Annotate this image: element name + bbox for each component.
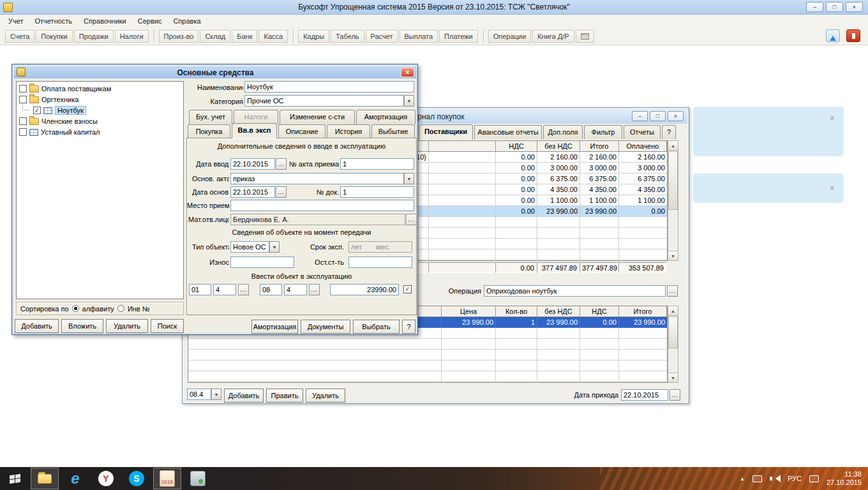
tab-buh-uchet[interactable]: Бух. учет bbox=[189, 110, 232, 124]
tab-dop-polya[interactable]: Доп.поля bbox=[543, 125, 583, 139]
basis-date-field[interactable]: 22.10.2015 bbox=[230, 186, 275, 198]
basis-value[interactable]: приказ bbox=[230, 173, 404, 184]
table-row[interactable] bbox=[188, 350, 667, 360]
tab-izmenenie[interactable]: Изменение с-сти bbox=[280, 110, 355, 124]
taskbar-skype[interactable]: S bbox=[123, 468, 151, 489]
toolbar-pokupki[interactable]: Покупки bbox=[36, 30, 72, 43]
checkbox-unchecked[interactable] bbox=[19, 128, 27, 136]
taskbar-explorer[interactable] bbox=[31, 468, 59, 489]
tab-otchety[interactable]: Отчеты bbox=[624, 125, 661, 139]
help-button[interactable]: ? bbox=[402, 320, 415, 334]
tab-vybytie[interactable]: Выбытие bbox=[371, 124, 415, 138]
menu-otchetnost[interactable]: Отчетность bbox=[29, 15, 79, 27]
tab-amortizaciya[interactable]: Амортизация bbox=[356, 110, 415, 124]
start-button[interactable] bbox=[0, 467, 29, 490]
exit-icon[interactable] bbox=[846, 29, 860, 42]
chevron-down-icon[interactable]: ▼ bbox=[211, 389, 221, 400]
scroll-thumb[interactable] bbox=[668, 151, 678, 210]
network-icon[interactable] bbox=[752, 475, 762, 482]
tab-avansovye[interactable]: Авансовые отчеты bbox=[474, 125, 542, 139]
chevron-down-icon[interactable]: ▼ bbox=[404, 95, 414, 107]
tree-item[interactable]: Членские взносы bbox=[19, 116, 98, 126]
account2-field[interactable]: 08 bbox=[260, 284, 282, 295]
column-header-qty[interactable]: Кол-во bbox=[496, 306, 537, 317]
toolbar-vyplata[interactable]: Выплата bbox=[400, 30, 438, 43]
toolbar-panel-button[interactable] bbox=[576, 30, 594, 43]
toolbar-prodazhi[interactable]: Продажи bbox=[74, 30, 114, 43]
account-combo[interactable]: 08.4 ▼ bbox=[187, 389, 221, 400]
account2-ellipsis-button[interactable]: ... bbox=[309, 284, 320, 295]
tab-help[interactable]: ? bbox=[662, 125, 676, 139]
scroll-down-icon[interactable]: ▼ bbox=[668, 373, 678, 382]
toolbar-proizvo[interactable]: Произ-во bbox=[159, 30, 199, 43]
date-in-field[interactable]: 22.10.2015 bbox=[230, 158, 275, 170]
object-type-value[interactable]: Новое ОС bbox=[230, 241, 269, 253]
toolbar-sklad[interactable]: Склад bbox=[200, 30, 230, 43]
column-header-price[interactable]: Цена bbox=[442, 306, 496, 317]
search-button[interactable]: Поиск bbox=[151, 319, 184, 333]
column-header-nds[interactable]: НДС bbox=[580, 306, 619, 317]
tab-postavshchiki[interactable]: Поставщики bbox=[419, 124, 473, 140]
tab-istoriya[interactable]: История bbox=[327, 124, 370, 138]
clock[interactable]: 11:38 27.10.2015 bbox=[827, 470, 862, 487]
nest-button[interactable]: Вложить bbox=[61, 319, 103, 333]
update-icon[interactable] bbox=[826, 29, 840, 42]
delete-button[interactable]: Удалить bbox=[106, 319, 148, 333]
add-button[interactable]: Добавить bbox=[15, 319, 59, 333]
table-row[interactable] bbox=[188, 360, 667, 371]
basis-combo[interactable]: приказ ▼ bbox=[230, 173, 414, 184]
close-icon[interactable]: × bbox=[830, 114, 835, 122]
column-header-net[interactable]: без НДС bbox=[537, 141, 580, 152]
column-header-nds[interactable]: НДС bbox=[496, 141, 537, 152]
column-header-total[interactable]: Итого bbox=[619, 306, 667, 317]
menu-spravochniki[interactable]: Справочники bbox=[78, 15, 132, 27]
wear-field[interactable] bbox=[230, 256, 294, 268]
subaccount1-field[interactable]: 4 bbox=[213, 284, 236, 295]
close-icon[interactable]: × bbox=[846, 2, 863, 12]
toolbar-bank[interactable]: Банк bbox=[232, 30, 257, 43]
person-field[interactable]: Бердникова Е. А. bbox=[230, 214, 405, 225]
taskbar-yandex[interactable]: Y bbox=[92, 468, 120, 489]
maximize-icon[interactable]: □ bbox=[650, 111, 666, 121]
minimize-icon[interactable]: – bbox=[806, 2, 823, 12]
language-indicator[interactable]: РУС bbox=[788, 475, 802, 482]
tree-item[interactable]: Уставный капитал bbox=[19, 127, 100, 137]
arrival-date-ellipsis-button[interactable]: ... bbox=[670, 389, 680, 401]
scroll-up-icon[interactable]: ▲ bbox=[668, 141, 678, 151]
choose-button[interactable]: Выбрать bbox=[353, 320, 400, 334]
column-header-paid[interactable]: Оплачено bbox=[619, 141, 667, 152]
scrollbar[interactable]: ▲ ▼ bbox=[668, 306, 678, 383]
toolbar-kassa[interactable]: Касса bbox=[258, 30, 288, 43]
tab-vvod-v-ekspluataciyu[interactable]: Вв.в эксп bbox=[232, 123, 277, 138]
column-header[interactable] bbox=[429, 141, 496, 152]
menu-uchet[interactable]: Учет bbox=[3, 15, 29, 27]
tree-item[interactable]: Оплата поставщикам bbox=[19, 84, 111, 94]
toolbar-operacii[interactable]: Операции bbox=[488, 30, 531, 43]
volume-icon[interactable] bbox=[770, 475, 780, 482]
taskbar-app[interactable] bbox=[184, 468, 212, 489]
radio-alphabet-label[interactable]: алфавиту bbox=[82, 305, 114, 313]
account-value[interactable]: 08.4 bbox=[187, 389, 211, 400]
account1-ellipsis-button[interactable]: ... bbox=[238, 284, 249, 295]
person-ellipsis-button[interactable]: ... bbox=[406, 214, 417, 225]
close-icon[interactable]: × bbox=[401, 68, 414, 77]
menu-spravka[interactable]: Справка bbox=[167, 15, 206, 27]
toolbar-nalogi[interactable]: Налоги bbox=[115, 30, 149, 43]
toolbar-raschet[interactable]: Расчет bbox=[366, 30, 398, 43]
toolbar-tabel[interactable]: Табель bbox=[331, 30, 364, 43]
toolbar-platezhi[interactable]: Платежи bbox=[439, 30, 478, 43]
doc-number-field[interactable]: 1 bbox=[340, 186, 414, 198]
tree-item-selected[interactable]: ✓ Ноутбук bbox=[19, 105, 86, 115]
close-icon[interactable]: × bbox=[830, 184, 835, 193]
scroll-thumb[interactable] bbox=[668, 316, 678, 348]
close-icon[interactable]: × bbox=[668, 111, 684, 121]
checkbox-unchecked[interactable] bbox=[19, 117, 27, 125]
toolbar-kadry[interactable]: Кадры bbox=[298, 30, 329, 43]
subaccount2-field[interactable]: 4 bbox=[284, 284, 307, 295]
scroll-up-icon[interactable]: ▲ bbox=[668, 306, 678, 316]
account1-field[interactable]: 01 bbox=[189, 284, 211, 295]
category-value[interactable]: Прочие ОС bbox=[244, 95, 404, 107]
name-field[interactable]: Ноутбук bbox=[244, 81, 414, 93]
operation-ellipsis-button[interactable]: ... bbox=[667, 285, 678, 297]
table-row[interactable] bbox=[188, 371, 667, 382]
